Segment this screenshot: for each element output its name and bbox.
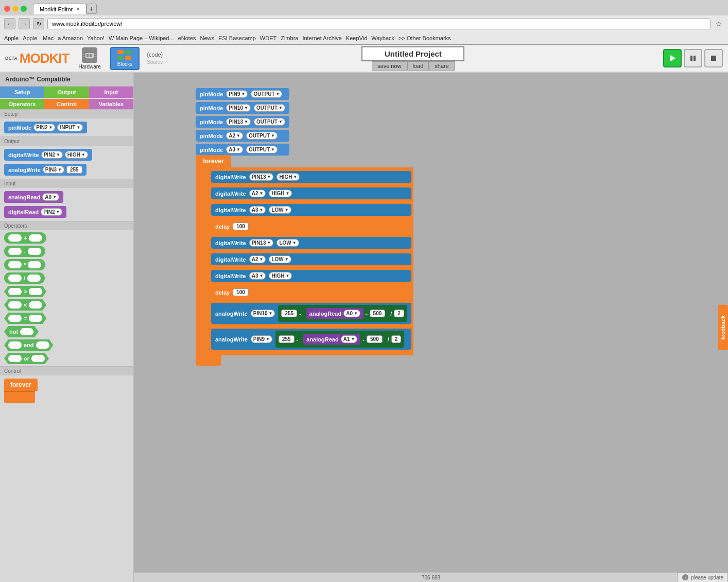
- forever-header[interactable]: forever: [196, 155, 231, 167]
- ar-pin-dropdown[interactable]: A0 ▼: [42, 193, 59, 201]
- tab-input[interactable]: Input: [89, 87, 133, 98]
- back-btn[interactable]: ←: [4, 18, 15, 29]
- run-button[interactable]: [663, 49, 682, 67]
- pinmode-pin13[interactable]: pinMode PIN13 ▼ OUTPUT ▼: [196, 116, 289, 128]
- bookmark-zimbra[interactable]: Zimbra: [281, 35, 298, 41]
- bookmark-yahoo[interactable]: Yahoo!: [87, 35, 105, 41]
- digitalread-block[interactable]: digitalRead PIN2 ▼: [4, 206, 129, 218]
- dw-pin13-high[interactable]: digitalWrite PIN13 ▼ HIGH ▼: [211, 171, 411, 183]
- project-title[interactable]: Untitled Project: [361, 46, 464, 61]
- new-tab-btn[interactable]: +: [86, 4, 97, 14]
- aw-pin10-expr[interactable]: analogWrite PIN10 ▼ 255 - analogRead A0 …: [211, 303, 411, 324]
- pinmode-a3[interactable]: pinMode A3 ▼ OUTPUT ▼: [196, 144, 289, 156]
- op-plus-block[interactable]: +: [4, 232, 129, 244]
- math-expr-2[interactable]: 255 - analogRead A1 ▼ - 500: [275, 331, 404, 348]
- mode-dropdown[interactable]: INPUT ▼: [57, 124, 83, 131]
- op-not-block[interactable]: not: [4, 326, 129, 337]
- pause-button[interactable]: [684, 49, 702, 67]
- app-header: BETA MODKIT Hardware Blocks {code} Sourc…: [0, 45, 728, 73]
- pinmode-a2[interactable]: pinMode A2 ▼ OUTPUT ▼: [196, 130, 289, 142]
- subtab-operators[interactable]: Operators: [0, 99, 44, 109]
- bookmark-more[interactable]: >> Other Bookmarks: [398, 35, 451, 41]
- svg-rect-2: [90, 54, 92, 57]
- delay-100-2[interactable]: delay 100: [211, 286, 411, 298]
- save-btn[interactable]: save now: [372, 61, 407, 71]
- dw-pin13-low[interactable]: digitalWrite PIN13 ▼ LOW ▼: [211, 237, 411, 249]
- sidebar-subtabs: Operators Control Variables: [0, 99, 133, 109]
- subtab-control[interactable]: Control: [44, 99, 89, 109]
- load-btn[interactable]: load: [407, 61, 429, 71]
- op-minus-block[interactable]: -: [4, 246, 129, 257]
- bookmarks-bar: Apple Apple .Mac a Amazon Yahoo! W Main …: [0, 32, 728, 44]
- digitalwrite-output-block[interactable]: digitalWrite PIN2 ▼ HIGH ▼: [4, 149, 129, 161]
- bookmark-keepvid[interactable]: KeepVid: [346, 35, 367, 41]
- address-bar[interactable]: www.modk.it/editor/preview/: [47, 18, 710, 29]
- dw-a2-low[interactable]: digitalWrite A2 ▼ LOW ▼: [211, 253, 411, 265]
- math-expr-1-inner[interactable]: analogRead A0 ▼ - 500: [303, 306, 388, 320]
- aw-value[interactable]: 255: [66, 166, 82, 174]
- bookmark-star[interactable]: ☆: [714, 19, 724, 29]
- delay-100-1[interactable]: delay 100: [211, 220, 411, 232]
- aw-pin-dropdown[interactable]: PIN3 ▼: [43, 166, 64, 174]
- math-expr-2-inner[interactable]: analogRead A1 ▼ - 500: [300, 332, 385, 346]
- bookmark-apple2[interactable]: Apple: [23, 35, 37, 41]
- canvas-inner: pinMode PIN9 ▼ OUTPUT ▼ pinMode PIN10 ▼ …: [134, 73, 728, 572]
- bookmark-enotes[interactable]: eNotes: [178, 35, 196, 41]
- pinmode-pin10[interactable]: pinMode PIN10 ▼ OUTPUT ▼: [196, 102, 289, 114]
- update-notification[interactable]: i please update: [677, 572, 728, 582]
- aw-pin9-expr[interactable]: analogWrite PIN9 ▼ 255 - analogRead A1 ▼: [211, 329, 411, 350]
- stop-button[interactable]: [704, 49, 723, 67]
- window-minimize[interactable]: [12, 6, 19, 12]
- dw-val-dropdown[interactable]: HIGH ▼: [65, 151, 88, 159]
- bookmark-esi[interactable]: ESI Basecamp: [218, 35, 256, 41]
- forward-btn[interactable]: →: [19, 18, 30, 29]
- bookmark-amazon[interactable]: a Amazon: [58, 35, 83, 41]
- share-btn[interactable]: share: [429, 61, 455, 71]
- pin-dropdown[interactable]: PIN2 ▼: [33, 124, 55, 131]
- section-operators-label: Operators: [0, 221, 133, 230]
- ar-a1-expr[interactable]: analogRead A1 ▼: [303, 334, 360, 345]
- pinmode-setup-block[interactable]: pinMode PIN2 ▼ INPUT ▼: [4, 122, 129, 133]
- analogread-block[interactable]: analogRead A0 ▼: [4, 191, 129, 203]
- update-text: please update: [691, 575, 723, 580]
- op-lt-block[interactable]: <: [4, 299, 129, 311]
- window-maximize[interactable]: [21, 6, 27, 12]
- op-gt-block[interactable]: >: [4, 286, 129, 297]
- op-div-block[interactable]: /: [4, 272, 129, 284]
- dr-pin-dropdown[interactable]: PIN2 ▼: [41, 208, 62, 216]
- dw-a2-high[interactable]: digitalWrite A2 ▼ HIGH ▼: [211, 187, 411, 199]
- dw-a3-low[interactable]: digitalWrite A3 ▼ LOW ▼: [211, 204, 411, 216]
- feedback-tab[interactable]: feedback: [718, 305, 728, 350]
- bookmark-apple1[interactable]: Apple: [4, 35, 19, 41]
- window-close[interactable]: [4, 6, 10, 12]
- hardware-tool[interactable]: Hardware: [74, 45, 105, 72]
- bookmark-news[interactable]: News: [200, 35, 215, 41]
- tab-output[interactable]: Output: [44, 87, 89, 98]
- math-expr-1[interactable]: 255 - analogRead A0 ▼ - 500: [278, 305, 407, 322]
- blocks-tool[interactable]: Blocks: [110, 47, 140, 70]
- window-controls: [4, 6, 27, 12]
- subtab-variables[interactable]: Variables: [89, 99, 133, 109]
- ar-a0-expr[interactable]: analogRead A0 ▼: [306, 308, 363, 319]
- refresh-btn[interactable]: ↻: [33, 18, 44, 29]
- bookmark-wdet[interactable]: WDET: [260, 35, 276, 41]
- canvas-area[interactable]: pinMode PIN9 ▼ OUTPUT ▼ pinMode PIN10 ▼ …: [134, 73, 728, 582]
- op-mul-block[interactable]: *: [4, 259, 129, 270]
- forever-control-block[interactable]: forever: [4, 379, 129, 403]
- bookmark-mac[interactable]: .Mac: [41, 35, 54, 41]
- hardware-label: Hardware: [78, 64, 100, 70]
- source-tool[interactable]: {code} Source: [147, 51, 163, 65]
- bookmark-archive[interactable]: Internet Archive: [302, 35, 341, 41]
- bookmark-wiki[interactable]: W Main Page – Wikiped...: [109, 35, 174, 41]
- browser-tab[interactable]: Modkit Editor ✕: [33, 4, 86, 14]
- dw-pin-dropdown[interactable]: PIN2 ▼: [41, 151, 63, 159]
- op-and-block[interactable]: and: [4, 339, 129, 351]
- bookmark-wayback[interactable]: Wayback: [371, 35, 394, 41]
- op-or-block[interactable]: or: [4, 353, 129, 364]
- tab-close-btn[interactable]: ✕: [76, 6, 80, 12]
- pinmode-pin9[interactable]: pinMode PIN9 ▼ OUTPUT ▼: [196, 88, 289, 100]
- tab-setup[interactable]: Setup: [0, 87, 44, 98]
- analogwrite-output-block[interactable]: analogWrite PIN3 ▼ 255: [4, 164, 129, 176]
- dw-a3-high[interactable]: digitalWrite A3 ▼ HIGH ▼: [211, 270, 411, 282]
- op-eq-block[interactable]: =: [4, 313, 129, 324]
